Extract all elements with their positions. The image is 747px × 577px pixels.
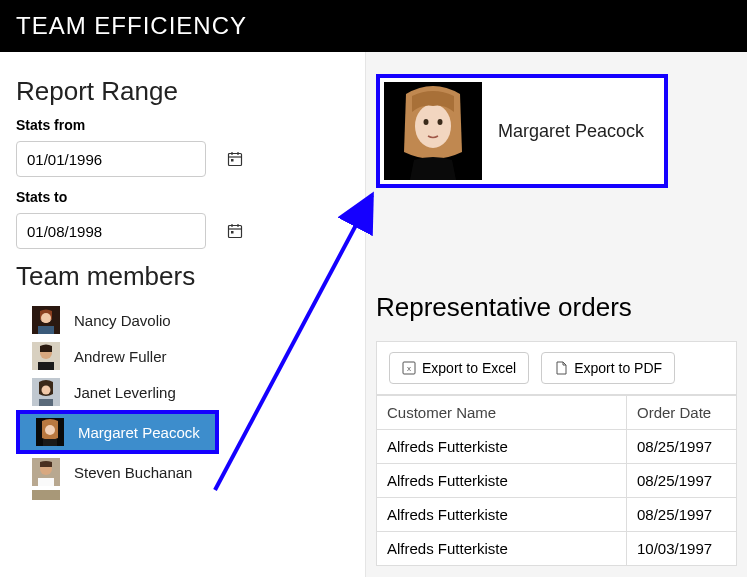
cell-customer: Alfreds Futterkiste [377, 430, 627, 464]
table-row[interactable]: Alfreds Futterkiste08/25/1997 [377, 430, 737, 464]
avatar [32, 458, 60, 486]
cell-date: 08/25/1997 [627, 430, 737, 464]
svg-rect-23 [43, 439, 57, 446]
stats-to-input-wrap [16, 213, 206, 249]
calendar-icon [227, 223, 243, 239]
svg-rect-20 [39, 399, 53, 406]
table-row[interactable]: Alfreds Futterkiste10/03/1997 [377, 532, 737, 566]
cell-customer: Alfreds Futterkiste [377, 464, 627, 498]
stats-to-calendar-button[interactable] [227, 214, 243, 248]
svg-point-22 [45, 425, 55, 435]
svg-rect-26 [38, 478, 54, 486]
svg-point-12 [41, 313, 51, 323]
cell-customer: Alfreds Futterkiste [377, 532, 627, 566]
svg-rect-13 [38, 326, 54, 334]
svg-rect-9 [231, 231, 234, 234]
export-pdf-label: Export to PDF [574, 360, 662, 376]
export-excel-label: Export to Excel [422, 360, 516, 376]
stats-from-input-wrap [16, 141, 206, 177]
team-item-janet-leverling[interactable]: Janet Leverling [16, 374, 349, 410]
profile-card: Margaret Peacock [376, 74, 668, 188]
svg-rect-4 [231, 159, 234, 162]
pdf-icon [554, 361, 568, 375]
cell-date: 08/25/1997 [627, 464, 737, 498]
table-row[interactable]: Alfreds Futterkiste08/25/1997 [377, 498, 737, 532]
profile-photo [384, 82, 482, 180]
svg-point-29 [415, 104, 451, 148]
cell-date: 08/25/1997 [627, 498, 737, 532]
orders-section: Representative orders x Export to Excel … [376, 292, 737, 566]
export-toolbar: x Export to Excel Export to PDF [376, 341, 737, 395]
column-order-date[interactable]: Order Date [627, 396, 737, 430]
team-item-label: Steven Buchanan [74, 464, 192, 481]
calendar-icon [227, 151, 243, 167]
team-list: Nancy Davolio Andrew Fuller Janet Leverl… [16, 302, 349, 500]
team-item-nancy-davolio[interactable]: Nancy Davolio [16, 302, 349, 338]
report-range-heading: Report Range [16, 76, 349, 107]
cell-date: 10/03/1997 [627, 532, 737, 566]
stats-from-input[interactable] [17, 151, 227, 168]
export-pdf-button[interactable]: Export to PDF [541, 352, 675, 384]
content-area: Report Range Stats from Stats to Team me… [0, 52, 747, 577]
stats-from-label: Stats from [16, 117, 349, 133]
avatar [32, 490, 60, 500]
avatar [32, 342, 60, 370]
export-excel-button[interactable]: x Export to Excel [389, 352, 529, 384]
app-title: TEAM EFFICIENCY [16, 12, 731, 40]
team-members-heading: Team members [16, 261, 349, 292]
selected-highlight-box: Margaret Peacock [16, 410, 219, 454]
excel-icon: x [402, 361, 416, 375]
orders-heading: Representative orders [376, 292, 737, 323]
svg-rect-0 [229, 154, 242, 166]
svg-rect-16 [38, 362, 54, 370]
stats-from-calendar-button[interactable] [227, 142, 243, 176]
team-item-andrew-fuller[interactable]: Andrew Fuller [16, 338, 349, 374]
svg-point-31 [438, 119, 443, 125]
svg-point-19 [42, 386, 51, 395]
svg-rect-27 [32, 490, 60, 500]
profile-name: Margaret Peacock [482, 121, 660, 142]
column-customer-name[interactable]: Customer Name [377, 396, 627, 430]
stats-to-label: Stats to [16, 189, 349, 205]
sidebar: Report Range Stats from Stats to Team me… [0, 52, 365, 577]
team-item-margaret-peacock[interactable]: Margaret Peacock [20, 414, 215, 450]
svg-text:x: x [407, 364, 411, 373]
app-header: TEAM EFFICIENCY [0, 0, 747, 52]
avatar [32, 306, 60, 334]
team-item-label: Andrew Fuller [74, 348, 167, 365]
svg-point-30 [424, 119, 429, 125]
team-item-more[interactable] [16, 490, 349, 500]
avatar [32, 378, 60, 406]
orders-table: Customer Name Order Date Alfreds Futterk… [376, 395, 737, 566]
stats-to-input[interactable] [17, 223, 227, 240]
team-item-steven-buchanan[interactable]: Steven Buchanan [16, 454, 349, 490]
cell-customer: Alfreds Futterkiste [377, 498, 627, 532]
avatar [36, 418, 64, 446]
table-row[interactable]: Alfreds Futterkiste08/25/1997 [377, 464, 737, 498]
team-item-label: Janet Leverling [74, 384, 176, 401]
main-panel: Margaret Peacock Representative orders x… [365, 52, 747, 577]
team-item-label: Margaret Peacock [78, 424, 200, 441]
team-item-label: Nancy Davolio [74, 312, 171, 329]
svg-rect-5 [229, 226, 242, 238]
